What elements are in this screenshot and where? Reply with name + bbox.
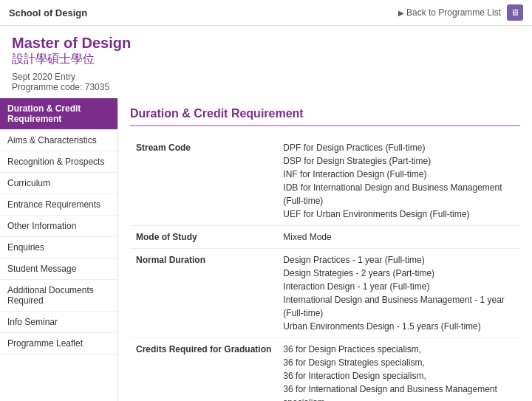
value-2-3: International Design and Business Manage… [283, 295, 505, 318]
value-3-2: 36 for Interaction Design specialism, [283, 371, 426, 381]
programme-header: Master of Design 設計學碩士學位 Sept 2020 Entry… [0, 26, 532, 98]
sidebar-item-10[interactable]: Programme Leaflet [0, 333, 117, 354]
value-0-4: UEF for Urban Environments Design (Full-… [283, 209, 469, 219]
value-0-1: DSP for Design Strategies (Part-time) [283, 156, 431, 166]
row-label-0: Stream Code [130, 137, 277, 226]
value-2-2: Interaction Design - 1 year (Full-time) [283, 281, 429, 292]
programme-title-en: Master of Design [12, 35, 520, 52]
top-bar-right: Back to Programme List 🖥 [398, 4, 523, 21]
value-2-1: Design Strategies - 2 years (Part-time) [283, 268, 434, 278]
value-0-2: INF for Interaction Design (Full-time) [283, 169, 426, 179]
main-layout: Duration & Credit RequirementAims & Char… [0, 98, 532, 401]
row-values-0: DPF for Design Practices (Full-time)DSP … [277, 137, 520, 226]
sidebar-item-1[interactable]: Aims & Characteristics [0, 130, 117, 151]
table-row-0: Stream CodeDPF for Design Practices (Ful… [130, 137, 520, 226]
table-row-3: Credits Required for Graduation36 for De… [130, 338, 520, 402]
value-1-0: Mixed Mode [283, 232, 331, 242]
row-label-1: Mode of Study [130, 226, 277, 249]
row-label-3: Credits Required for Graduation [130, 338, 277, 402]
section-title: Duration & Credit Requirement [130, 107, 520, 126]
value-0-0: DPF for Design Practices (Full-time) [283, 143, 425, 153]
sidebar: Duration & Credit RequirementAims & Char… [0, 98, 118, 401]
sidebar-item-8[interactable]: Additional Documents Required [0, 280, 117, 312]
value-2-0: Design Practices - 1 year (Full-time) [283, 255, 424, 265]
row-values-1: Mixed Mode [277, 226, 520, 249]
programme-code: Programme code: 73035 [12, 82, 520, 92]
table-row-2: Normal DurationDesign Practices - 1 year… [130, 249, 520, 338]
value-0-3: IDB for International Design and Busines… [283, 182, 502, 206]
row-values-2: Design Practices - 1 year (Full-time)Des… [277, 249, 520, 338]
entry-text: Sept 2020 Entry [12, 72, 520, 82]
value-3-0: 36 for Design Practices specialism, [283, 344, 421, 354]
top-bar: School of Design Back to Programme List … [0, 0, 532, 26]
table-row-1: Mode of StudyMixed Mode [130, 226, 520, 249]
programme-title-cn: 設計學碩士學位 [12, 52, 520, 67]
programme-entry: Sept 2020 Entry Programme code: 73035 [12, 72, 520, 92]
sidebar-item-7[interactable]: Student Message [0, 258, 117, 280]
sidebar-item-5[interactable]: Other Information [0, 216, 117, 237]
info-table: Stream CodeDPF for Design Practices (Ful… [130, 137, 520, 401]
back-to-list-link[interactable]: Back to Programme List [398, 7, 501, 18]
content-area: Duration & Credit Requirement Stream Cod… [118, 98, 532, 401]
sidebar-item-9[interactable]: Info Seminar [0, 312, 117, 333]
sidebar-item-0[interactable]: Duration & Credit Requirement [0, 98, 117, 130]
row-values-3: 36 for Design Practices specialism,36 fo… [277, 338, 520, 402]
value-2-4: Urban Environments Design - 1.5 years (F… [283, 321, 480, 332]
school-title: School of Design [9, 7, 87, 18]
sidebar-item-2[interactable]: Recognition & Prospects [0, 151, 117, 173]
sidebar-item-4[interactable]: Entrance Requirements [0, 194, 117, 216]
value-3-3: 36 for International Design and Business… [283, 384, 497, 401]
sidebar-item-6[interactable]: Enquiries [0, 237, 117, 258]
sidebar-item-3[interactable]: Curriculum [0, 173, 117, 194]
screen-icon: 🖥 [507, 4, 523, 21]
row-label-2: Normal Duration [130, 249, 277, 338]
value-3-1: 36 for Design Strategies specialism, [283, 357, 424, 368]
